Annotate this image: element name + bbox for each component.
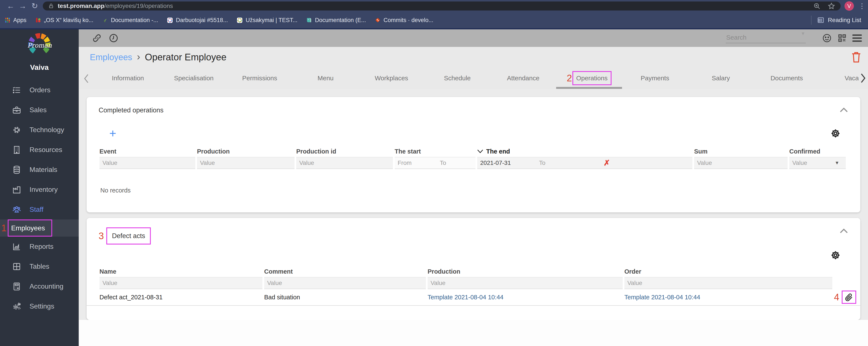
sidebar-item-accounting[interactable]: Accounting — [0, 277, 79, 296]
smiley-icon[interactable] — [822, 33, 832, 43]
filter-sum[interactable]: Value — [694, 157, 787, 169]
filter-start-from[interactable]: From — [398, 160, 411, 166]
reading-list-button[interactable]: Reading List — [817, 17, 861, 24]
table-settings-icon[interactable] — [830, 128, 841, 139]
tab-specialisation[interactable]: Specialisation — [161, 67, 227, 89]
col-order[interactable]: Order — [624, 268, 834, 275]
clear-filter-icon[interactable]: ✗ — [603, 158, 610, 167]
defect-table-header: Name Comment Production Order — [87, 266, 860, 277]
bookmark-documentation-e[interactable]: Documentation (E... — [306, 17, 366, 24]
menu-hamburger-icon[interactable] — [852, 34, 862, 42]
tabs-scroll-right-icon[interactable] — [859, 73, 866, 83]
col-production[interactable]: Production — [428, 268, 624, 275]
col-confirmed[interactable]: Confirmed — [789, 148, 847, 155]
col-comment[interactable]: Comment — [264, 268, 428, 275]
collapse-panel-icon[interactable] — [840, 107, 848, 112]
sort-desc-icon[interactable] — [477, 149, 483, 153]
link-icon[interactable] — [92, 33, 102, 43]
sidebar-item-employees[interactable]: Employees 1 — [0, 220, 79, 237]
back-icon[interactable]: ← — [5, 1, 17, 10]
defect-acts-title: Defect acts — [112, 232, 145, 239]
bookmark-osx[interactable]: „OS X“ klavišų ko... — [35, 17, 93, 24]
reload-icon[interactable]: ↻ — [29, 1, 41, 10]
col-the-start[interactable]: The start — [395, 148, 477, 155]
tab-workplaces[interactable]: Workplaces — [359, 67, 424, 89]
filter-start[interactable]: From To — [395, 157, 475, 169]
zoom-search-icon[interactable] — [813, 2, 820, 10]
address-bar[interactable]: test.proman.app/employees/19/operations — [43, 1, 841, 10]
defect-order-link[interactable]: Template 2021-08-04 10:44 — [624, 294, 834, 301]
tab-documents[interactable]: Documents — [754, 67, 820, 89]
filter-end-to[interactable]: To — [539, 160, 546, 166]
sidebar-item-label: Settings — [30, 302, 54, 310]
filter-start-to[interactable]: To — [440, 160, 446, 166]
sidebar-item-technology[interactable]: Technology — [0, 120, 79, 140]
bookmark-documentation[interactable]: Documentation -... — [102, 17, 158, 24]
history-clock-icon[interactable] — [108, 33, 119, 43]
tabs-scroll-left-icon[interactable] — [84, 74, 89, 83]
browser-menu-icon[interactable]: ⋮ — [859, 2, 865, 10]
tab-information[interactable]: Information — [95, 67, 161, 89]
filter-end-from[interactable]: 2021-07-31 — [480, 160, 511, 166]
col-the-end[interactable]: The end — [477, 148, 694, 155]
sidebar-item-label: Orders — [30, 86, 51, 94]
tab-operations[interactable]: 2 Operations — [556, 67, 622, 89]
browser-avatar[interactable]: V — [844, 1, 854, 11]
book-icon — [306, 17, 312, 23]
filter-production-id[interactable]: Value — [296, 157, 393, 169]
settings-gears-icon — [12, 302, 21, 311]
table-settings-icon[interactable] — [830, 250, 841, 260]
breadcrumb-parent-link[interactable]: Employees — [90, 53, 132, 62]
collapse-panel-icon[interactable] — [840, 228, 848, 233]
tab-payments[interactable]: Payments — [622, 67, 688, 89]
sidebar-item-inventory[interactable]: Inventory — [0, 180, 79, 200]
filter-comment[interactable]: Value — [264, 277, 426, 289]
tab-salary[interactable]: Salary — [688, 67, 754, 89]
tab-schedule[interactable]: Schedule — [424, 67, 490, 89]
sidebar-item-label: Materials — [30, 166, 57, 174]
add-operation-button[interactable]: + — [109, 127, 116, 139]
filter-end[interactable]: 2021-07-31 To ✗ — [477, 157, 692, 169]
defect-production-link[interactable]: Template 2021-08-04 10:44 — [428, 294, 624, 301]
qr-code-icon[interactable] — [837, 33, 847, 43]
search-dropdown-icon[interactable]: ▼ — [801, 31, 805, 36]
tab-permissions[interactable]: Permissions — [227, 67, 292, 89]
filter-confirmed[interactable]: Value ▼ — [789, 157, 846, 169]
sidebar-item-reports[interactable]: Reports — [0, 237, 79, 257]
filter-production[interactable]: Value — [428, 277, 623, 289]
sidebar-item-tables[interactable]: Tables — [0, 257, 79, 277]
sidebar-item-materials[interactable]: Materials — [0, 160, 79, 180]
col-production-id[interactable]: Production id — [296, 148, 395, 155]
filter-name[interactable]: Value — [99, 277, 262, 289]
sidebar-item-orders[interactable]: Orders — [0, 80, 79, 100]
filter-event[interactable]: Value — [99, 157, 195, 169]
bookmark-star-icon[interactable] — [828, 2, 835, 10]
col-event[interactable]: Event — [99, 148, 197, 155]
delete-employee-button[interactable] — [850, 51, 862, 64]
bookmark-apps[interactable]: Apps — [5, 17, 27, 24]
sidebar-item-staff[interactable]: Staff — [0, 200, 79, 220]
col-sum[interactable]: Sum — [694, 148, 789, 155]
tab-menu[interactable]: Menu — [292, 67, 359, 89]
search-input[interactable] — [726, 33, 806, 43]
completed-operations-title: Completed operations — [99, 107, 163, 114]
bookmark-commits[interactable]: Commits · develo... — [375, 17, 433, 24]
sidebar-item-settings[interactable]: Settings — [0, 296, 79, 316]
employee-tabs: Information Specialisation Permissions M… — [79, 67, 868, 89]
filter-production[interactable]: Value — [197, 157, 294, 169]
tab-attendance[interactable]: Attendance — [490, 67, 556, 89]
defect-act-row[interactable]: Defect act_2021-08-31 Bad situation Temp… — [87, 289, 860, 306]
attachment-paperclip-icon[interactable] — [845, 293, 853, 302]
bookmark-uzsakymai[interactable]: Užsakymai | TEST... — [237, 17, 297, 24]
col-production[interactable]: Production — [197, 148, 296, 155]
sidebar-item-sales[interactable]: Sales — [0, 100, 79, 120]
confirmed-dropdown-icon[interactable]: ▼ — [835, 160, 843, 166]
col-name[interactable]: Name — [99, 268, 264, 275]
completed-operations-panel: Completed operations + Event Producti — [87, 97, 860, 212]
forward-icon[interactable]: → — [17, 1, 29, 10]
filter-order[interactable]: Value — [624, 277, 832, 289]
breadcrumb: Employees › Operator Employee — [79, 47, 868, 67]
sidebar-item-resources[interactable]: Resources — [0, 140, 79, 160]
bookmark-darbuotojai[interactable]: Darbuotojai #5518... — [167, 17, 228, 24]
search-field[interactable]: ▼ — [726, 33, 806, 43]
